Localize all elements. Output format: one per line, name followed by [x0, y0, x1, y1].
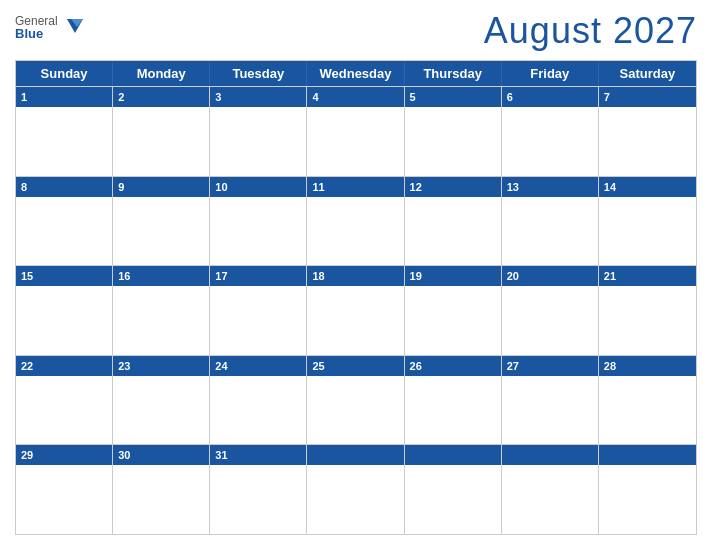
day-number: 2	[118, 91, 124, 103]
day-cell[interactable]: 6	[502, 87, 599, 176]
day-cell[interactable]	[599, 445, 696, 534]
day-number: 5	[410, 91, 416, 103]
day-cell[interactable]: 7	[599, 87, 696, 176]
day-cell[interactable]: 23	[113, 356, 210, 445]
day-number: 25	[312, 360, 324, 372]
day-number: 7	[604, 91, 610, 103]
calendar-header: General Blue August 2027	[15, 10, 697, 52]
day-cell[interactable]: 5	[405, 87, 502, 176]
day-cell[interactable]: 14	[599, 177, 696, 266]
day-cell[interactable]: 9	[113, 177, 210, 266]
day-number: 28	[604, 360, 616, 372]
day-header-friday: Friday	[502, 61, 599, 86]
day-number: 4	[312, 91, 318, 103]
day-number: 6	[507, 91, 513, 103]
day-cell[interactable]: 17	[210, 266, 307, 355]
day-cell[interactable]: 30	[113, 445, 210, 534]
day-cell[interactable]: 15	[16, 266, 113, 355]
week-row-3: 15161718192021	[16, 265, 696, 355]
svg-text:Blue: Blue	[15, 26, 43, 41]
day-cell[interactable]: 25	[307, 356, 404, 445]
day-number: 30	[118, 449, 130, 461]
day-cell[interactable]: 2	[113, 87, 210, 176]
week-row-2: 891011121314	[16, 176, 696, 266]
day-cell[interactable]: 12	[405, 177, 502, 266]
day-number: 16	[118, 270, 130, 282]
day-number: 1	[21, 91, 27, 103]
day-number: 31	[215, 449, 227, 461]
day-cell[interactable]: 22	[16, 356, 113, 445]
day-number: 11	[312, 181, 324, 193]
day-cell[interactable]: 18	[307, 266, 404, 355]
logo: General Blue	[15, 11, 85, 51]
day-number: 17	[215, 270, 227, 282]
day-number: 8	[21, 181, 27, 193]
calendar-container: General Blue August 2027 SundayMondayTue…	[0, 0, 712, 550]
day-header-thursday: Thursday	[405, 61, 502, 86]
day-header-wednesday: Wednesday	[307, 61, 404, 86]
day-cell[interactable]: 26	[405, 356, 502, 445]
day-cell[interactable]: 29	[16, 445, 113, 534]
day-headers: SundayMondayTuesdayWednesdayThursdayFrid…	[16, 61, 696, 86]
weeks-container: 1234567891011121314151617181920212223242…	[16, 86, 696, 534]
day-cell[interactable]: 3	[210, 87, 307, 176]
day-number: 15	[21, 270, 33, 282]
week-row-1: 1234567	[16, 86, 696, 176]
day-cell[interactable]: 4	[307, 87, 404, 176]
week-row-5: 293031	[16, 444, 696, 534]
day-number: 29	[21, 449, 33, 461]
day-number: 19	[410, 270, 422, 282]
day-header-monday: Monday	[113, 61, 210, 86]
day-number: 13	[507, 181, 519, 193]
day-number: 9	[118, 181, 124, 193]
day-header-tuesday: Tuesday	[210, 61, 307, 86]
week-row-4: 22232425262728	[16, 355, 696, 445]
day-cell[interactable]: 24	[210, 356, 307, 445]
day-cell[interactable]	[405, 445, 502, 534]
day-number: 20	[507, 270, 519, 282]
day-cell[interactable]: 27	[502, 356, 599, 445]
day-number: 14	[604, 181, 616, 193]
day-header-sunday: Sunday	[16, 61, 113, 86]
day-cell[interactable]: 31	[210, 445, 307, 534]
day-cell[interactable]	[502, 445, 599, 534]
calendar-grid: SundayMondayTuesdayWednesdayThursdayFrid…	[15, 60, 697, 535]
day-number: 22	[21, 360, 33, 372]
day-cell[interactable]: 13	[502, 177, 599, 266]
day-cell[interactable]: 10	[210, 177, 307, 266]
day-number: 23	[118, 360, 130, 372]
day-cell[interactable]: 19	[405, 266, 502, 355]
logo-icon: General Blue	[15, 11, 85, 51]
day-number: 27	[507, 360, 519, 372]
day-cell[interactable]: 1	[16, 87, 113, 176]
day-number: 24	[215, 360, 227, 372]
day-number: 3	[215, 91, 221, 103]
day-cell[interactable]: 21	[599, 266, 696, 355]
day-cell[interactable]	[307, 445, 404, 534]
day-cell[interactable]: 8	[16, 177, 113, 266]
day-cell[interactable]: 28	[599, 356, 696, 445]
day-cell[interactable]: 20	[502, 266, 599, 355]
day-number: 21	[604, 270, 616, 282]
day-number: 18	[312, 270, 324, 282]
day-cell[interactable]: 16	[113, 266, 210, 355]
month-title: August 2027	[484, 10, 697, 52]
day-cell[interactable]: 11	[307, 177, 404, 266]
day-number: 12	[410, 181, 422, 193]
day-header-saturday: Saturday	[599, 61, 696, 86]
day-number: 10	[215, 181, 227, 193]
day-number: 26	[410, 360, 422, 372]
